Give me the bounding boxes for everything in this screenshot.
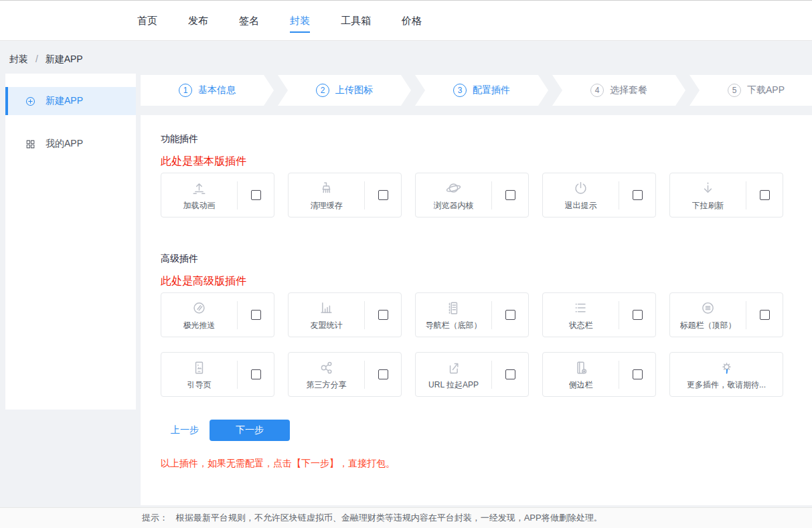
plugin-checkbox[interactable]: [505, 310, 515, 320]
plugin-card[interactable]: 第三方分享: [288, 352, 402, 397]
browser-kernel-icon: [444, 179, 463, 197]
clear-cache-icon: [317, 179, 335, 197]
plugin-label: 更多插件，敬请期待...: [687, 379, 766, 391]
plugin-checkbox[interactable]: [633, 369, 643, 379]
step-number: 3: [453, 84, 467, 97]
checkbox-zone: [365, 190, 401, 200]
exit-prompt-icon: [572, 179, 590, 197]
checkbox-zone: [619, 310, 655, 320]
plugin-checkbox[interactable]: [633, 190, 643, 200]
nav-item-4[interactable]: 工具箱: [341, 13, 371, 28]
third-party-share-icon: [317, 359, 335, 377]
plugin-card[interactable]: 浏览器内核: [415, 173, 529, 217]
plugin-checkbox[interactable]: [505, 190, 515, 200]
top-navigation: 首页发布签名封装工具箱价格: [0, 0, 812, 41]
breadcrumb-current: 新建APP: [46, 54, 83, 64]
plugin-checkbox[interactable]: [251, 369, 261, 379]
loading-animation-icon: [190, 179, 208, 197]
plugin-card[interactable]: 状态栏: [542, 292, 656, 337]
plugin-card[interactable]: 标题栏（顶部）: [669, 292, 783, 337]
plugin-card[interactable]: 导航栏（底部）: [415, 292, 529, 337]
titlebar-top-icon: [699, 299, 717, 317]
section-note-advanced: 此处是高级版插件: [161, 274, 792, 288]
plugin-label: 侧边栏: [569, 379, 593, 391]
plugin-card[interactable]: URL 拉起APP: [415, 352, 529, 397]
step-number: 1: [179, 84, 192, 97]
plugin-checkbox[interactable]: [378, 369, 388, 379]
nav-item-3[interactable]: 封装: [290, 13, 310, 28]
plugin-card[interactable]: 退出提示: [542, 173, 656, 217]
plugin-card-content: 更多插件，敬请期待...: [670, 359, 783, 391]
step-actions: 上一步 下一步: [161, 420, 792, 441]
step-label: 选择套餐: [610, 84, 647, 96]
plugin-checkbox[interactable]: [378, 190, 388, 200]
plugin-label: 引导页: [187, 379, 212, 391]
sidebar: 新建APP我的APP: [5, 74, 136, 410]
plugin-checkbox[interactable]: [633, 310, 643, 320]
prev-step-button[interactable]: 上一步: [171, 424, 199, 436]
nav-item-1[interactable]: 发布: [188, 13, 208, 28]
checkbox-zone: [365, 310, 401, 320]
step-1[interactable]: 1基本信息: [141, 75, 274, 106]
plugin-label: 下拉刷新: [692, 200, 724, 211]
sidebar-item-label: 新建APP: [46, 95, 83, 107]
step-number: 2: [316, 84, 329, 97]
plugin-card-content: 标题栏（顶部）: [670, 299, 746, 331]
plugin-checkbox[interactable]: [378, 310, 388, 320]
sidebar-item-label: 我的APP: [46, 138, 83, 150]
plugin-checkbox[interactable]: [251, 190, 261, 200]
plugin-card-content: URL 拉起APP: [416, 359, 491, 391]
plugin-card[interactable]: 更多插件，敬请期待...: [669, 352, 783, 397]
plugin-label: 友盟统计: [311, 320, 343, 331]
plugin-config-panel: 功能插件 此处是基本版插件 加载动画清理缓存浏览器内核退出提示下拉刷新 高级插件…: [141, 115, 812, 505]
plugin-checkbox[interactable]: [760, 190, 770, 200]
plugin-card[interactable]: 下拉刷新: [669, 173, 783, 217]
step-3[interactable]: 3配置插件: [415, 75, 548, 106]
plugin-card[interactable]: 加载动画: [161, 173, 274, 217]
basic-plugins-section: 功能插件 此处是基本版插件 加载动画清理缓存浏览器内核退出提示下拉刷新: [161, 134, 792, 217]
main-nav: 首页发布签名封装工具箱价格: [137, 13, 422, 28]
plugin-card-content: 极光推送: [161, 299, 237, 331]
sidebar-item-1[interactable]: 我的APP: [5, 130, 136, 158]
nav-item-5[interactable]: 价格: [402, 13, 422, 28]
plugin-checkbox[interactable]: [505, 369, 515, 379]
step-5[interactable]: 5下载APP: [689, 75, 812, 106]
sidebar-item-0[interactable]: 新建APP: [5, 87, 136, 115]
plugin-card[interactable]: 极光推送: [161, 292, 274, 337]
step-number: 4: [590, 84, 604, 97]
next-step-button[interactable]: 下一步: [210, 420, 290, 441]
plugin-card-content: 退出提示: [543, 179, 619, 211]
checkbox-zone: [365, 369, 401, 379]
plugin-card-content: 导航栏（底部）: [416, 299, 491, 331]
breadcrumb-section[interactable]: 封装: [9, 54, 28, 64]
guide-page-icon: [190, 359, 208, 377]
plugin-card-content: 浏览器内核: [416, 179, 491, 211]
step-4[interactable]: 4选择套餐: [552, 75, 685, 106]
basic-plugin-cards: 加载动画清理缓存浏览器内核退出提示下拉刷新: [161, 173, 792, 217]
plugin-card[interactable]: 侧边栏: [542, 352, 656, 397]
step-label: 下载APP: [747, 84, 785, 96]
plugin-label: 导航栏（底部）: [426, 320, 482, 331]
plugin-label: 退出提示: [565, 200, 597, 211]
nav-item-2[interactable]: 签名: [239, 13, 259, 28]
section-title-basic: 功能插件: [161, 134, 792, 143]
checkbox-zone: [619, 190, 655, 200]
url-launch-icon: [444, 359, 463, 377]
checkbox-zone: [238, 190, 274, 200]
step-number: 5: [728, 84, 741, 97]
plugin-card[interactable]: 引导页: [161, 352, 274, 397]
plugin-checkbox[interactable]: [251, 310, 261, 320]
navbar-bottom-icon: [444, 299, 463, 317]
checkbox-zone: [492, 190, 528, 200]
plugin-checkbox[interactable]: [760, 310, 770, 320]
checkbox-zone: [746, 310, 783, 320]
plugin-card[interactable]: 清理缓存: [288, 173, 402, 217]
nav-item-0[interactable]: 首页: [137, 13, 157, 28]
plus-circle-icon: [24, 95, 37, 108]
checkbox-zone: [746, 190, 783, 200]
plugin-card-content: 友盟统计: [289, 299, 364, 331]
step-2[interactable]: 2上传图标: [278, 75, 411, 106]
grid-icon: [24, 138, 37, 151]
plugin-card[interactable]: 友盟统计: [288, 292, 402, 337]
advanced-plugin-cards: 极光推送友盟统计导航栏（底部）状态栏标题栏（顶部）引导页第三方分享URL 拉起A…: [161, 292, 792, 397]
